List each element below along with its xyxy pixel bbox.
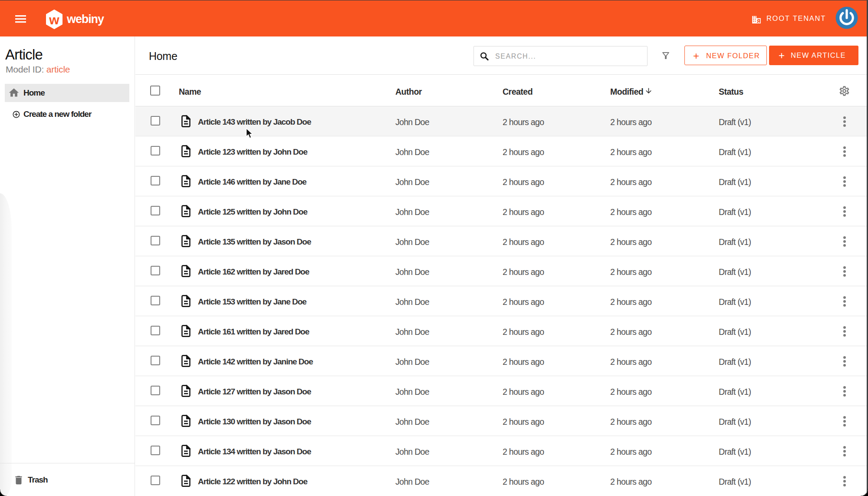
svg-text:w: w — [49, 13, 59, 27]
